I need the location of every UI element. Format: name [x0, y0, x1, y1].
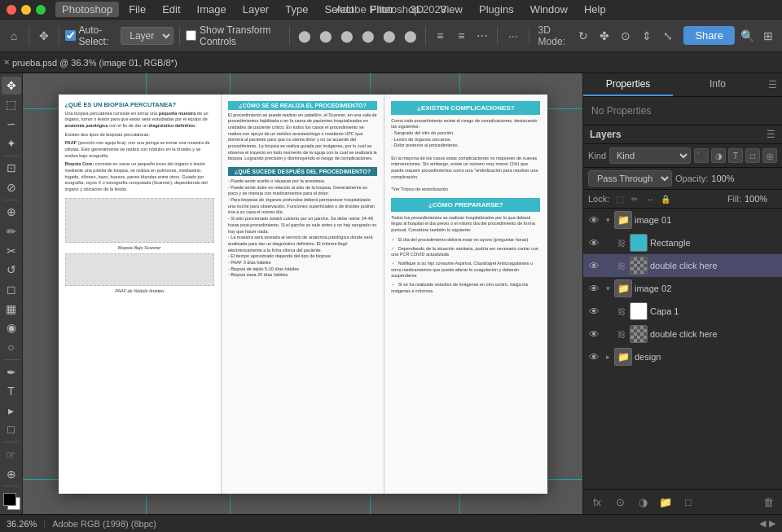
visibility-icon-image01[interactable]: 👁 — [586, 213, 601, 227]
move-tool-icon[interactable]: ✥ — [35, 24, 53, 47]
3d-slide-icon[interactable]: ⇕ — [638, 24, 656, 47]
layer-name-capa1[interactable]: Capa 1 — [650, 306, 779, 316]
menu-image[interactable]: Image — [191, 2, 233, 17]
blend-mode-select[interactable]: Pass Through — [588, 170, 672, 187]
brush-tool[interactable]: ✏ — [2, 222, 21, 240]
tab-properties[interactable]: Properties — [583, 73, 673, 96]
3d-roll-icon[interactable]: ⊙ — [617, 24, 635, 47]
minimize-button[interactable] — [21, 5, 31, 15]
crop-tool[interactable]: ⊡ — [2, 159, 21, 177]
lasso-tool[interactable]: ∽ — [2, 115, 21, 133]
dodge-tool[interactable]: ○ — [2, 338, 21, 356]
filter-pixel-icon[interactable]: ⬛ — [694, 148, 709, 163]
search-icon[interactable]: 🔍 — [738, 24, 756, 47]
arrow-left-icon[interactable]: ◀ — [759, 518, 766, 529]
filter-shape-icon[interactable]: □ — [745, 148, 760, 163]
layer-name-image01[interactable]: image 01 — [635, 215, 779, 225]
layer-name-dblclick2[interactable]: double click here — [650, 329, 779, 339]
lock-all-icon[interactable]: 🔒 — [659, 192, 672, 205]
lock-artboard-icon[interactable]: ↔ — [644, 192, 657, 205]
layer-row-dblclick1[interactable]: 👁 ⛓ double click here — [583, 254, 782, 277]
menu-help[interactable]: Help — [578, 2, 613, 17]
auto-select-dropdown[interactable]: Layer — [121, 27, 174, 45]
home-icon[interactable]: ⌂ — [5, 24, 23, 47]
visibility-icon-capa1[interactable]: 👁 — [586, 304, 601, 319]
opacity-value[interactable]: 100% — [711, 174, 748, 183]
marquee-tool[interactable]: ⬚ — [2, 96, 21, 114]
blur-tool[interactable]: ◉ — [2, 319, 21, 337]
new-group-icon[interactable]: 📁 — [657, 493, 674, 511]
document-tab[interactable]: prueba.psd @ 36.3% (image 01, RGB/8*) — [12, 58, 178, 68]
show-transform-checkbox[interactable] — [186, 30, 196, 41]
layer-row-image02-group[interactable]: 👁 ▾ 📁 image 02 — [583, 277, 782, 300]
menu-plugins[interactable]: Plugins — [472, 2, 521, 17]
align-bottom-icon[interactable]: ⬤ — [402, 24, 420, 47]
align-right-icon[interactable]: ⬤ — [338, 24, 356, 47]
filter-smart-icon[interactable]: ◎ — [762, 148, 777, 163]
3d-scale-icon[interactable]: ⤡ — [659, 24, 677, 47]
visibility-icon-rectangle[interactable]: 👁 — [586, 235, 601, 250]
filter-adjust-icon[interactable]: ◑ — [711, 148, 726, 163]
align-left-icon[interactable]: ⬤ — [296, 24, 314, 47]
color-swatches[interactable] — [2, 491, 21, 509]
menu-file[interactable]: File — [122, 2, 152, 17]
close-button[interactable] — [7, 5, 16, 15]
auto-select-checkbox[interactable] — [65, 30, 76, 41]
layer-name-rectangle[interactable]: Rectangle — [650, 238, 779, 248]
gradient-tool[interactable]: ▦ — [2, 300, 21, 318]
align-top-icon[interactable]: ⬤ — [359, 24, 377, 47]
visibility-icon-image02[interactable]: 👁 — [586, 281, 601, 296]
adjustment-layer-icon[interactable]: ◑ — [634, 493, 652, 511]
hand-tool[interactable]: ☞ — [2, 446, 21, 464]
layer-row-dblclick2[interactable]: 👁 ⛓ double click here — [583, 323, 782, 345]
type-tool[interactable]: T — [2, 382, 21, 400]
zoom-tool[interactable]: ⊕ — [2, 465, 21, 483]
align-center-h-icon[interactable]: ⬤ — [317, 24, 335, 47]
fill-value[interactable]: 100% — [745, 194, 777, 204]
fx-icon[interactable]: fx — [588, 493, 606, 511]
panel-menu-icon[interactable]: ☰ — [762, 73, 782, 96]
shape-tool[interactable]: □ — [2, 421, 21, 439]
layer-name-dblclick1[interactable]: double click here — [650, 261, 779, 270]
eyedropper-tool[interactable]: ⊘ — [2, 178, 21, 196]
filter-type-icon[interactable]: T — [728, 148, 743, 163]
layer-row-capa1[interactable]: 👁 ⛓ Capa 1 — [583, 300, 782, 323]
layers-menu-button[interactable]: ☰ — [767, 129, 775, 140]
layer-name-image02[interactable]: image 02 — [635, 284, 779, 293]
expand-icon-image01[interactable]: ▾ — [604, 216, 612, 224]
menu-edit[interactable]: Edit — [156, 2, 187, 17]
new-layer-icon[interactable]: □ — [679, 493, 697, 511]
arrow-right-icon[interactable]: ▶ — [769, 518, 775, 529]
maximize-button[interactable] — [36, 5, 46, 15]
tab-info[interactable]: Info — [673, 73, 762, 96]
visibility-icon-dblclick1[interactable]: 👁 — [586, 258, 601, 273]
history-brush-tool[interactable]: ↺ — [2, 262, 21, 279]
distribute-h-icon[interactable]: ≡ — [431, 24, 449, 47]
eraser-tool[interactable]: ◻ — [2, 280, 21, 298]
layer-row-image01-group[interactable]: 👁 ▾ 📁 image 01 — [583, 209, 782, 231]
clone-stamp-tool[interactable]: ✂ — [2, 242, 21, 260]
layer-name-design[interactable]: design — [635, 352, 779, 362]
layer-row-design-group[interactable]: 👁 ▸ 📁 design — [583, 345, 782, 368]
tab-close-button[interactable]: ✕ — [3, 58, 10, 67]
visibility-icon-dblclick2[interactable]: 👁 — [586, 327, 601, 341]
move-tool[interactable]: ✥ — [2, 77, 21, 95]
3d-rotate-icon[interactable]: ↻ — [574, 24, 592, 47]
pen-tool[interactable]: ✒ — [2, 363, 21, 381]
visibility-icon-design[interactable]: 👁 — [586, 350, 601, 364]
magic-wand-tool[interactable]: ✦ — [2, 134, 21, 152]
share-button[interactable]: Share — [683, 26, 735, 45]
menu-layer[interactable]: Layer — [236, 2, 276, 17]
menu-type[interactable]: Type — [279, 2, 314, 17]
spot-heal-tool[interactable]: ⊕ — [2, 204, 21, 222]
foreground-color-swatch[interactable] — [3, 493, 16, 506]
lock-position-icon[interactable]: ✏ — [628, 192, 641, 205]
lock-pixel-icon[interactable]: ⬚ — [613, 192, 626, 205]
3d-pan-icon[interactable]: ✤ — [595, 24, 613, 47]
expand-icon-image02[interactable]: ▾ — [604, 284, 612, 292]
path-select-tool[interactable]: ▸ — [2, 402, 21, 420]
more-options-button[interactable]: ··· — [503, 28, 523, 44]
menu-photoshop[interactable]: Photoshop — [55, 2, 119, 17]
menu-window[interactable]: Window — [524, 2, 574, 17]
layer-row-rectangle[interactable]: 👁 ⛓ Rectangle — [583, 231, 782, 254]
